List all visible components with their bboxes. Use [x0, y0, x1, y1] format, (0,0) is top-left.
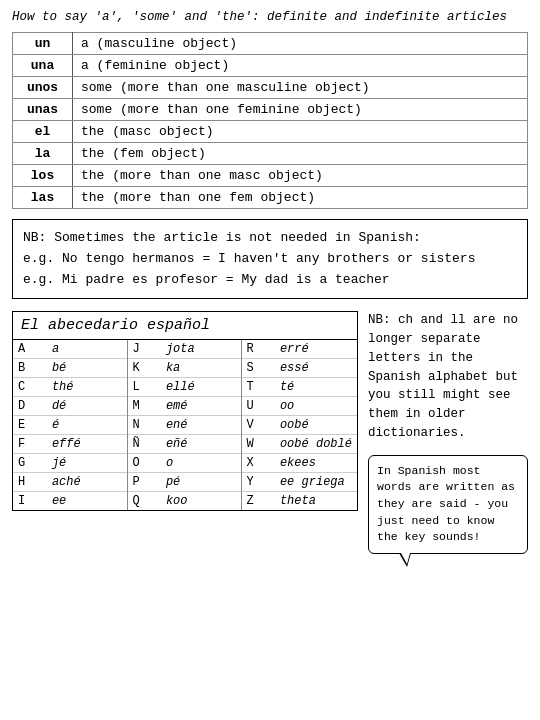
letter-2: M	[127, 397, 161, 416]
pronunciation-2: o	[161, 454, 241, 473]
pronunciation-1: a	[47, 340, 127, 359]
page-title: How to say 'a', 'some' and 'the': defini…	[12, 10, 528, 24]
speech-bubble: In Spanish most words are written as the…	[368, 455, 528, 554]
pronunciation-1: dé	[47, 397, 127, 416]
letter-3: V	[241, 416, 275, 435]
articles-row: una a (feminine object)	[13, 55, 528, 77]
speech-bubble-text: In Spanish most words are written as the…	[377, 464, 515, 544]
nb-alphabet-text: NB: ch and ll are no longer separate let…	[368, 311, 528, 442]
alphabet-row: F effé Ñ eñé W oobé doblé	[13, 435, 357, 454]
article-word: un	[13, 33, 73, 55]
alphabet-row: E é N ené V oobé	[13, 416, 357, 435]
pronunciation-2: ka	[161, 359, 241, 378]
letter-3: U	[241, 397, 275, 416]
letter-2: N	[127, 416, 161, 435]
alphabet-row: B bé K ka S essé	[13, 359, 357, 378]
alphabet-row: C thé L ellé T té	[13, 378, 357, 397]
letter-3: Y	[241, 473, 275, 492]
alphabet-row: G jé O o X ekees	[13, 454, 357, 473]
pronunciation-2: pé	[161, 473, 241, 492]
pronunciation-3: ekees	[275, 454, 357, 473]
articles-row: los the (more than one masc object)	[13, 165, 528, 187]
letter-3: T	[241, 378, 275, 397]
pronunciation-3: oo	[275, 397, 357, 416]
alphabet-container: El abecedario español A a J jota R erré …	[12, 311, 358, 511]
pronunciation-1: effé	[47, 435, 127, 454]
letter-2: K	[127, 359, 161, 378]
article-word: la	[13, 143, 73, 165]
letter-3: W	[241, 435, 275, 454]
article-meaning: some (more than one feminine object)	[73, 99, 528, 121]
letter-1: C	[13, 378, 47, 397]
letter-1: E	[13, 416, 47, 435]
alphabet-row: I ee Q koo Z theta	[13, 492, 357, 511]
alphabet-row: A a J jota R erré	[13, 340, 357, 359]
pronunciation-1: thé	[47, 378, 127, 397]
alphabet-row: H aché P pé Y ee griega	[13, 473, 357, 492]
alphabet-row: D dé M emé U oo	[13, 397, 357, 416]
letter-1: I	[13, 492, 47, 511]
letter-1: H	[13, 473, 47, 492]
article-word: los	[13, 165, 73, 187]
letter-3: S	[241, 359, 275, 378]
pronunciation-3: té	[275, 378, 357, 397]
pronunciation-1: aché	[47, 473, 127, 492]
articles-row: el the (masc object)	[13, 121, 528, 143]
article-meaning: the (more than one masc object)	[73, 165, 528, 187]
articles-row: las the (more than one fem object)	[13, 187, 528, 209]
pronunciation-3: erré	[275, 340, 357, 359]
articles-row: un a (masculine object)	[13, 33, 528, 55]
article-meaning: the (more than one fem object)	[73, 187, 528, 209]
letter-2: L	[127, 378, 161, 397]
letter-3: R	[241, 340, 275, 359]
letter-2: P	[127, 473, 161, 492]
right-side: NB: ch and ll are no longer separate let…	[368, 311, 528, 554]
nb-line3: e.g. Mi padre es profesor = My dad is a …	[23, 270, 517, 291]
pronunciation-2: ené	[161, 416, 241, 435]
pronunciation-1: bé	[47, 359, 127, 378]
letter-2: Ñ	[127, 435, 161, 454]
article-word: unas	[13, 99, 73, 121]
pronunciation-2: jota	[161, 340, 241, 359]
letter-3: X	[241, 454, 275, 473]
letter-2: Q	[127, 492, 161, 511]
article-word: las	[13, 187, 73, 209]
alphabet-title: El abecedario español	[13, 312, 357, 340]
letter-3: Z	[241, 492, 275, 511]
letter-1: G	[13, 454, 47, 473]
article-meaning: the (masc object)	[73, 121, 528, 143]
letter-1: B	[13, 359, 47, 378]
article-meaning: some (more than one masculine object)	[73, 77, 528, 99]
pronunciation-3: oobé doblé	[275, 435, 357, 454]
pronunciation-2: eñé	[161, 435, 241, 454]
nb-line1: NB: Sometimes the article is not needed …	[23, 228, 517, 249]
article-meaning: a (masculine object)	[73, 33, 528, 55]
bottom-section: El abecedario español A a J jota R erré …	[12, 311, 528, 554]
article-word: una	[13, 55, 73, 77]
pronunciation-2: koo	[161, 492, 241, 511]
letter-1: F	[13, 435, 47, 454]
articles-table: un a (masculine object) una a (feminine …	[12, 32, 528, 209]
letter-1: A	[13, 340, 47, 359]
letter-2: J	[127, 340, 161, 359]
pronunciation-1: é	[47, 416, 127, 435]
article-meaning: the (fem object)	[73, 143, 528, 165]
article-meaning: a (feminine object)	[73, 55, 528, 77]
articles-row: la the (fem object)	[13, 143, 528, 165]
nb-line2: e.g. No tengo hermanos = I haven't any b…	[23, 249, 517, 270]
article-word: el	[13, 121, 73, 143]
pronunciation-3: theta	[275, 492, 357, 511]
pronunciation-2: emé	[161, 397, 241, 416]
article-word: unos	[13, 77, 73, 99]
pronunciation-2: ellé	[161, 378, 241, 397]
letter-2: O	[127, 454, 161, 473]
articles-row: unas some (more than one feminine object…	[13, 99, 528, 121]
pronunciation-3: essé	[275, 359, 357, 378]
pronunciation-3: oobé	[275, 416, 357, 435]
alphabet-table: A a J jota R erré B bé K ka S essé C thé…	[13, 340, 357, 510]
pronunciation-3: ee griega	[275, 473, 357, 492]
nb-box: NB: Sometimes the article is not needed …	[12, 219, 528, 299]
pronunciation-1: jé	[47, 454, 127, 473]
pronunciation-1: ee	[47, 492, 127, 511]
letter-1: D	[13, 397, 47, 416]
